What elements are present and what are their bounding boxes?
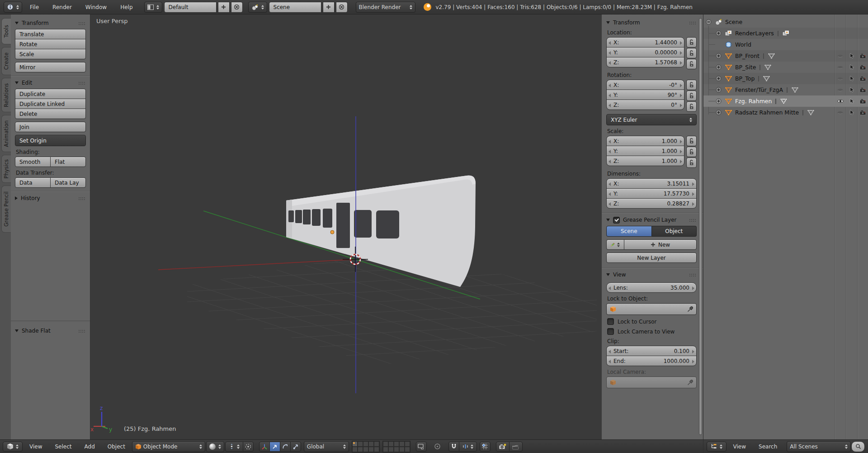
screen-layout-button[interactable] <box>144 2 162 13</box>
lock-rotation-y-button[interactable] <box>686 91 697 101</box>
outliner-row-renderlayers[interactable]: RenderLayers <box>703 28 868 39</box>
add-layout-button[interactable] <box>218 2 230 13</box>
screen-layout-name[interactable]: Default <box>164 2 217 13</box>
outliner-row-fzg-rahmen[interactable]: Fzg. Rahmen <box>703 95 868 107</box>
restrict-render-toggle[interactable] <box>857 73 868 84</box>
lock-to-cursor-checkbox[interactable] <box>607 318 614 325</box>
layer-grid-2[interactable] <box>382 441 410 453</box>
lock-scale-x-button[interactable] <box>686 136 697 146</box>
panel-header-transform-n[interactable]: Transform <box>606 19 697 27</box>
snap-element-select[interactable] <box>459 442 477 452</box>
restrict-select-toggle[interactable] <box>846 95 857 107</box>
panel-grip[interactable] <box>689 21 697 24</box>
gp-source-object-toggle[interactable]: Object <box>652 226 697 237</box>
manipulator-scale-toggle[interactable] <box>290 442 301 452</box>
manipulator-rotate-toggle[interactable] <box>280 442 291 452</box>
lock-scale-y-button[interactable] <box>686 147 697 157</box>
editor-type-3dview-button[interactable] <box>3 442 23 452</box>
menu-window[interactable]: Window <box>80 4 113 10</box>
grease-pencil-checkbox[interactable] <box>613 217 620 224</box>
menu-select[interactable]: Select <box>49 443 77 450</box>
viewport-shading-select[interactable] <box>206 441 224 452</box>
scale-x-field[interactable]: X:1.000 <box>606 136 684 146</box>
lock-rotation-x-button[interactable] <box>686 80 697 90</box>
panel-grip[interactable] <box>78 22 86 25</box>
tab-create[interactable]: Create <box>1 47 11 75</box>
scale-y-field[interactable]: Y:1.000 <box>606 146 684 156</box>
clip-end-field[interactable]: End:1000.000 <box>606 356 697 366</box>
editor-type-outliner-button[interactable] <box>707 442 726 452</box>
restrict-select-toggle[interactable] <box>846 84 857 95</box>
panel-header-history[interactable]: History <box>15 194 86 202</box>
outliner-row-radsatz[interactable]: Radsatz Rahmen Mitte <box>703 107 868 118</box>
shade-flat-button[interactable]: Flat <box>50 157 86 167</box>
translate-button[interactable]: Translate <box>15 29 86 39</box>
panel-grip[interactable] <box>78 197 86 200</box>
location-y-field[interactable]: Y:0.00000 <box>606 47 684 57</box>
panel-grip[interactable] <box>689 219 697 222</box>
rotation-x-field[interactable]: X:-0° <box>606 80 684 90</box>
tab-relations[interactable]: Relations <box>1 78 11 112</box>
lock-location-z-button[interactable] <box>686 59 697 69</box>
panel-grip[interactable] <box>78 329 86 333</box>
rotation-y-field[interactable]: Y:90° <box>606 90 684 100</box>
tab-physics[interactable]: Physics <box>1 155 11 183</box>
dimensions-z-field[interactable]: Z:0.28827 <box>606 198 697 209</box>
outliner-row-bp-top[interactable]: BP_Top <box>703 73 868 84</box>
panel-header-grease-pencil[interactable]: Grease Pencil Layer <box>606 216 697 224</box>
manipulator-axis-toggle[interactable] <box>259 442 270 452</box>
panel-header-transform[interactable]: Transform <box>15 19 86 27</box>
opengl-render-anim-button[interactable] <box>509 442 523 452</box>
tab-tools[interactable]: Tools <box>1 18 11 44</box>
scene-selector-button[interactable] <box>248 2 267 13</box>
scene-name[interactable]: Scene <box>269 2 321 13</box>
manipulator-center-toggle[interactable] <box>243 442 254 452</box>
expand-plus-icon[interactable] <box>716 30 722 36</box>
viewport-3d[interactable]: x z y User Persp (25) Fzg. Rahmen <box>90 14 601 439</box>
lock-to-cursor-row[interactable]: Lock to Cursor <box>607 318 696 325</box>
scene-lock-toggle[interactable] <box>416 442 427 452</box>
delete-scene-button[interactable] <box>336 2 348 13</box>
gp-source-scene-toggle[interactable]: Scene <box>606 226 652 237</box>
duplicate-linked-button[interactable]: Duplicate Linked <box>15 99 86 109</box>
expand-plus-icon[interactable] <box>716 64 722 70</box>
gp-new-button[interactable]: New <box>624 239 697 250</box>
join-button[interactable]: Join <box>15 122 86 132</box>
restrict-view-toggle[interactable] <box>835 84 846 95</box>
restrict-view-toggle[interactable] <box>835 95 846 107</box>
proportional-edit-toggle[interactable] <box>432 442 443 452</box>
lock-location-y-button[interactable] <box>686 48 697 58</box>
panel-grip[interactable] <box>78 81 86 85</box>
restrict-select-toggle[interactable] <box>846 107 857 118</box>
lens-field[interactable]: Lens:35.000 <box>606 282 697 293</box>
outliner-display-select[interactable]: All Scenes <box>787 441 851 452</box>
restrict-render-toggle[interactable] <box>857 62 868 73</box>
restrict-view-toggle[interactable] <box>835 62 846 73</box>
outliner-search-button[interactable] <box>851 441 865 452</box>
menu-render[interactable]: Render <box>47 4 78 10</box>
panel-header-edit[interactable]: Edit <box>15 79 86 87</box>
data-layout-button[interactable]: Data Lay <box>50 177 86 188</box>
mode-select[interactable]: Object Mode <box>132 441 205 452</box>
data-button[interactable]: Data <box>15 177 51 188</box>
restrict-view-toggle[interactable] <box>835 107 846 118</box>
expand-plus-icon[interactable] <box>716 110 722 115</box>
menu-file[interactable]: File <box>24 4 45 10</box>
menu-object[interactable]: Object <box>102 443 131 450</box>
restrict-render-toggle[interactable] <box>857 84 868 95</box>
outliner-menu-search[interactable]: Search <box>753 443 783 450</box>
menu-help[interactable]: Help <box>114 4 138 10</box>
delete-layout-button[interactable] <box>231 2 243 13</box>
tab-animation[interactable]: Animation <box>1 115 11 152</box>
layer-grid-1[interactable] <box>352 441 380 453</box>
outliner-row-scene[interactable]: Scene <box>703 16 868 28</box>
lock-location-x-button[interactable] <box>686 37 697 48</box>
pivot-point-select[interactable] <box>225 442 243 452</box>
restrict-view-toggle[interactable] <box>835 50 846 62</box>
snap-target-button[interactable] <box>480 442 491 452</box>
expand-plus-icon[interactable] <box>716 76 722 81</box>
dimensions-x-field[interactable]: X:3.15011 <box>606 178 697 189</box>
rotation-z-field[interactable]: Z:0° <box>606 100 684 110</box>
outliner-row-world[interactable]: World <box>703 39 868 50</box>
transform-orientation-select[interactable]: Global <box>304 441 349 452</box>
